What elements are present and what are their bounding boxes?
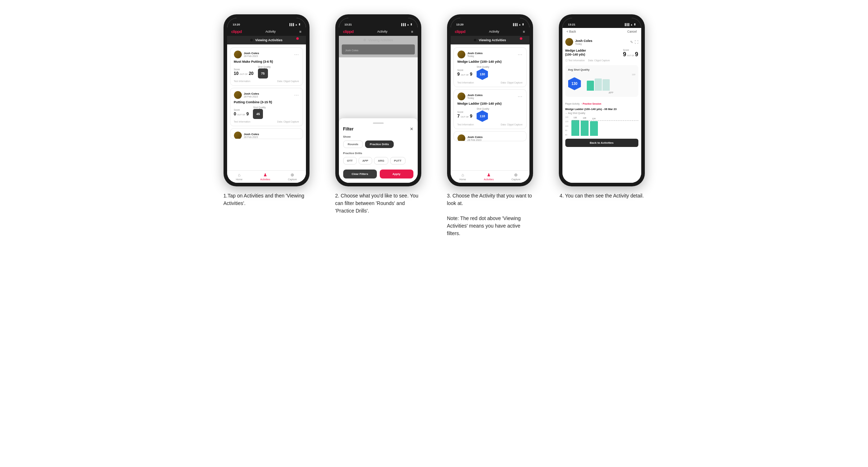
- card-data-3-1: Data: Clippd Capture: [501, 81, 523, 84]
- clear-filters-button-2[interactable]: Clear Filters: [343, 170, 377, 178]
- tag-app-2[interactable]: APP: [359, 157, 372, 165]
- card-stats-1-1: Score 10 OUT OF 20 Shot Quality 75: [234, 66, 299, 78]
- sq-badge-1-2: 45: [253, 109, 263, 119]
- card-title-3-2: Wedge Ladder (100–140 yds): [457, 102, 523, 105]
- activity-card-1-2[interactable]: Josh Coles 28 Feb 2023 ··· Putting Combi…: [230, 88, 303, 126]
- drill-bars-4: 132 129 124: [571, 116, 638, 136]
- y-axis-4: 140 120 100 80 60: [565, 116, 569, 136]
- cancel-button-4[interactable]: Cancel: [627, 30, 637, 33]
- card-dots-1-1[interactable]: ···: [294, 52, 299, 57]
- phone-1-screen: 13:20 ▐▐▐ ▲ ▮ clippd Activity ≡ ⚙ Viewin…: [227, 18, 306, 183]
- score-row-3-2: 7 OUT OF 9: [457, 114, 473, 119]
- card-stats-3-2: Score 7 OUT OF 9 Shot Quality 118: [457, 108, 523, 122]
- avatar-1-2: [234, 91, 242, 99]
- bottom-nav-home-3[interactable]: ⌂ Home: [459, 172, 466, 181]
- card-dots-3-2[interactable]: ···: [518, 94, 522, 99]
- bottom-nav-capture-3[interactable]: ⊕ Capture: [512, 172, 521, 181]
- bottom-nav-activities-3[interactable]: ♟ Activities: [484, 172, 494, 181]
- viewing-banner-text-1: Viewing Activities: [255, 38, 282, 42]
- bottom-nav-capture-label-3: Capture: [512, 178, 521, 181]
- status-icons-4: ▐▐▐ ▲ ▮: [624, 23, 636, 26]
- detail-shots-num-4: 9: [635, 51, 638, 58]
- practice-drills-label-2: Practice Drills: [343, 152, 413, 155]
- tag-ott-2[interactable]: OTT: [343, 157, 357, 165]
- caption-2: 2. Choose what you'd like to see. You ca…: [335, 192, 421, 215]
- card-footer-3-2: Test Information Data: Clippd Capture: [457, 123, 523, 126]
- viewing-banner-text-3: Viewing Activities: [479, 38, 506, 42]
- card-user-info-1-3: Josh Coles 28 Feb 2023: [234, 132, 259, 139]
- viewing-banner-1[interactable]: ⚙ Viewing Activities: [227, 36, 306, 44]
- detail-user-row-4: Josh Coles Today ✎ ⛶: [565, 38, 638, 46]
- phone-2-screen: 13:21 ▐▐▐ ▲ ▮ clippd Activity ≡ ⚙ Viewin…: [339, 18, 418, 183]
- stat-score-1-1: Score 10 OUT OF 20: [234, 68, 254, 76]
- tag-arg-2[interactable]: ARG: [374, 157, 388, 165]
- brand-logo-2: clippd: [343, 29, 354, 34]
- back-button-4[interactable]: < Back: [567, 30, 576, 33]
- stat-sq-3-2: Shot Quality 118: [476, 108, 489, 122]
- viewing-banner-3[interactable]: ⚙ Viewing Activities: [451, 36, 529, 44]
- card-info-3-1: Test Information: [457, 81, 474, 84]
- apply-button-2[interactable]: Apply: [380, 170, 413, 178]
- test-info-4: ⓘ Test Information: [565, 59, 585, 62]
- filter-modal-2: Filter ✕ Show Rounds Practice Drills Pra…: [339, 118, 418, 183]
- caption-3: 3. Choose the Activity that you want to …: [447, 192, 533, 237]
- menu-icon-3[interactable]: ≡: [523, 30, 525, 34]
- wifi-icon-4: ▲: [630, 23, 633, 26]
- pill-rounds-2[interactable]: Rounds: [343, 140, 363, 148]
- bottom-nav-capture-1[interactable]: ⊕ Capture: [288, 172, 297, 181]
- edit-icon-4[interactable]: ✎: [630, 40, 633, 44]
- menu-icon-2[interactable]: ≡: [411, 30, 413, 34]
- activity-card-1-1[interactable]: Josh Coles 28 Feb 2023 ··· Must Make Put…: [230, 47, 303, 86]
- card-header-3-3: Josh Coles 28 Feb 2023: [457, 134, 523, 141]
- filter-close-2[interactable]: ✕: [410, 127, 413, 132]
- back-to-activities-4[interactable]: Back to Activities: [565, 139, 638, 147]
- card-dots-3-1[interactable]: ···: [518, 52, 522, 57]
- pill-practice-2[interactable]: Practice Drills: [365, 140, 393, 148]
- avatar-1-3: [234, 132, 242, 139]
- stat-sq-1-2: Shot Quality 45: [253, 106, 265, 119]
- avatar-3-3: [457, 134, 465, 141]
- card-info-3-2: Test Information: [457, 123, 474, 126]
- card-user-info-3-2: Josh Coles Today: [457, 92, 483, 100]
- chart-bar-4-2: [595, 78, 602, 91]
- detail-user-text-4: Josh Coles Today: [575, 39, 593, 45]
- bottom-nav-home-1[interactable]: ⌂ Home: [236, 172, 243, 181]
- phone-col-2: 13:21 ▐▐▐ ▲ ▮ clippd Activity ≡ ⚙ Viewin…: [328, 14, 428, 215]
- card-user-info-1-2: Josh Coles 28 Feb 2023: [234, 91, 259, 99]
- card-user-info-3-3: Josh Coles 28 Feb 2023: [457, 134, 483, 141]
- card-dots-1-2[interactable]: ···: [294, 92, 299, 97]
- card-info-1-2: Test Information: [234, 120, 250, 123]
- bottom-nav-home-label-1: Home: [236, 178, 243, 181]
- activity-card-3-2[interactable]: Josh Coles Today ··· Wedge Ladder (100–1…: [454, 89, 527, 129]
- hex-badge-large-4: 130: [568, 77, 581, 90]
- player-activity-label-4: Player Activity: [565, 103, 580, 105]
- stat-score-3-1: Score 9 OUT OF 9: [457, 69, 473, 77]
- card-info-1-1: Test Information: [234, 80, 250, 82]
- bottom-nav-activities-1[interactable]: ♟ Activities: [260, 172, 270, 181]
- card-footer-3-1: Test Information Data: Clippd Capture: [457, 81, 523, 84]
- phone-col-1: 13:20 ▐▐▐ ▲ ▮ clippd Activity ≡ ⚙ Viewin…: [216, 14, 317, 207]
- activity-card-3-1[interactable]: Josh Coles Today ··· Wedge Ladder (100–1…: [454, 47, 527, 87]
- show-label-2: Show: [343, 135, 413, 138]
- tag-putt-2[interactable]: PUTT: [390, 157, 406, 165]
- viewing-banner-text-2: Viewing Activities: [368, 38, 393, 42]
- status-time-3: 13:20: [456, 23, 464, 26]
- card-footer-1-2: Test Information Data: Clippd Capture: [234, 120, 299, 123]
- phone-notch: [252, 18, 281, 24]
- activity-card-1-3: Josh Coles 28 Feb 2023: [230, 128, 303, 139]
- nav-title-1: Activity: [265, 30, 276, 33]
- card-header-1-3: Josh Coles 28 Feb 2023: [234, 132, 299, 139]
- nav-title-3: Activity: [489, 30, 499, 33]
- expand-icon-4[interactable]: ⛶: [635, 40, 638, 44]
- menu-icon-1[interactable]: ≡: [299, 30, 302, 34]
- chart-bar-4-3: [603, 79, 610, 91]
- card-stats-1-2: Score 0 OUT OF 9 Shot Quality 45: [234, 106, 299, 119]
- home-icon-1: ⌂: [238, 172, 240, 177]
- status-icons-1: ▐▐▐ ▲ ▮: [289, 23, 300, 26]
- card-user-name-1-1: Josh Coles: [244, 52, 259, 55]
- card-header-1-2: Josh Coles 28 Feb 2023 ···: [234, 91, 299, 99]
- detail-section-info-4: ⓘ Test Information Data: Clippd Capture: [565, 59, 638, 62]
- card-data-1-1: Data: Clippd Capture: [277, 80, 299, 82]
- chart-label-4: APP: [587, 91, 636, 94]
- detail-content-4: Josh Coles Today ✎ ⛶ Wedge Ladder(100–14…: [562, 35, 641, 183]
